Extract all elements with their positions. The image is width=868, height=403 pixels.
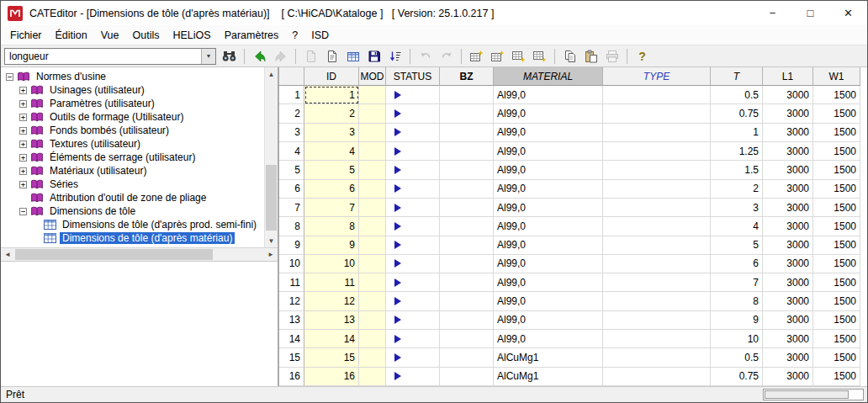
- id-cell[interactable]: 7: [304, 199, 359, 217]
- type-cell[interactable]: [603, 255, 711, 273]
- column-header-t[interactable]: T: [711, 67, 763, 86]
- tree-item-dim-tole-prod-semi-fini[interactable]: Dimensions de tôle (d'après prod. semi-f…: [1, 218, 264, 231]
- bz-cell[interactable]: [440, 292, 494, 310]
- bz-cell[interactable]: [440, 124, 494, 142]
- status-cell[interactable]: [386, 311, 440, 330]
- scrollbar-thumb[interactable]: [266, 165, 277, 231]
- expand-icon[interactable]: +: [19, 154, 27, 162]
- type-cell[interactable]: [603, 199, 711, 217]
- menu-item-fichier[interactable]: Fichier: [3, 27, 49, 44]
- w1-cell[interactable]: 1500: [813, 180, 860, 199]
- tree-horizontal-scrollbar[interactable]: ◄ ►: [1, 247, 278, 262]
- bz-cell[interactable]: [440, 368, 494, 386]
- id-cell[interactable]: 4: [304, 142, 359, 161]
- tree-item-series[interactable]: +Séries: [1, 178, 264, 191]
- row-number-cell[interactable]: 6: [279, 180, 304, 199]
- mod-cell[interactable]: [359, 330, 386, 348]
- status-cell[interactable]: [386, 180, 440, 199]
- duplicate-row-button[interactable]: [530, 47, 549, 66]
- w1-cell[interactable]: 1500: [813, 124, 860, 142]
- scroll-right-icon[interactable]: ►: [264, 248, 278, 261]
- material-cell[interactable]: Al99,0: [494, 161, 603, 179]
- status-cell[interactable]: [386, 273, 440, 292]
- mod-cell[interactable]: [359, 273, 386, 292]
- row-number-cell[interactable]: 11: [279, 273, 304, 292]
- tree-item-normes-dusine[interactable]: −Normes d'usine: [1, 70, 264, 83]
- mod-cell[interactable]: [359, 217, 386, 236]
- menu-item-edition[interactable]: Édition: [49, 27, 94, 44]
- copy-button[interactable]: [560, 47, 580, 66]
- table-horizontal-scrollbar[interactable]: [763, 389, 864, 400]
- material-cell[interactable]: Al99,0: [494, 199, 603, 217]
- menu-item-vue[interactable]: Vue: [94, 27, 126, 44]
- status-cell[interactable]: [386, 368, 440, 386]
- bz-cell[interactable]: [440, 142, 494, 161]
- row-number-cell[interactable]: 12: [279, 292, 304, 310]
- scrollbar-thumb[interactable]: [765, 390, 849, 399]
- collapse-icon[interactable]: −: [19, 208, 27, 215]
- insert-row-above-button[interactable]: [467, 47, 486, 66]
- w1-cell[interactable]: 1500: [813, 104, 860, 123]
- row-number-cell[interactable]: 15: [279, 348, 304, 367]
- maximize-button[interactable]: □: [791, 1, 829, 25]
- mod-cell[interactable]: [359, 124, 386, 142]
- id-cell[interactable]: 6: [304, 180, 359, 199]
- tree-item-outils-de-formage[interactable]: +Outils de formage (Utilisateur): [1, 110, 264, 124]
- t-cell[interactable]: 1.5: [711, 161, 763, 179]
- id-cell[interactable]: 2: [304, 104, 359, 123]
- material-cell[interactable]: Al99,0: [494, 292, 603, 310]
- collapse-icon[interactable]: −: [6, 73, 13, 81]
- t-cell[interactable]: 0.5: [711, 86, 763, 104]
- l1-cell[interactable]: 3000: [763, 124, 813, 142]
- expand-icon[interactable]: +: [19, 167, 27, 175]
- type-cell[interactable]: [603, 217, 711, 236]
- bz-cell[interactable]: [440, 180, 494, 199]
- l1-cell[interactable]: 3000: [763, 104, 813, 123]
- id-cell[interactable]: 13: [304, 311, 359, 330]
- bz-cell[interactable]: [440, 348, 494, 367]
- save-button[interactable]: [364, 47, 384, 66]
- l1-cell[interactable]: 3000: [763, 199, 813, 217]
- tree-item-usinages[interactable]: +Usinages (utilisateur): [1, 83, 264, 97]
- tree-item-fonds-bombes[interactable]: +Fonds bombés (utilisateur): [1, 124, 264, 137]
- row-number-cell[interactable]: 7: [279, 199, 304, 217]
- row-number-cell[interactable]: 14: [279, 330, 304, 348]
- status-cell[interactable]: [386, 124, 440, 142]
- bz-cell[interactable]: [440, 273, 494, 292]
- menu-item-aide[interactable]: ?: [285, 27, 304, 44]
- w1-cell[interactable]: 1500: [813, 255, 860, 273]
- id-cell[interactable]: 16: [304, 368, 359, 386]
- material-cell[interactable]: Al99,0: [494, 104, 603, 123]
- mod-cell[interactable]: [359, 348, 386, 367]
- status-cell[interactable]: [386, 199, 440, 217]
- id-cell[interactable]: 9: [304, 236, 359, 255]
- status-cell[interactable]: [386, 86, 440, 104]
- t-cell[interactable]: 8: [711, 292, 763, 310]
- expand-icon[interactable]: +: [19, 127, 27, 135]
- mod-cell[interactable]: [359, 292, 386, 310]
- mod-cell[interactable]: [359, 161, 386, 179]
- id-cell[interactable]: 12: [304, 292, 359, 310]
- scroll-left-icon[interactable]: ◄: [1, 248, 14, 261]
- row-number-cell[interactable]: 16: [279, 368, 304, 386]
- l1-cell[interactable]: 3000: [763, 142, 813, 161]
- mod-cell[interactable]: [359, 86, 386, 104]
- sort-button[interactable]: [385, 47, 405, 66]
- bz-cell[interactable]: [440, 236, 494, 255]
- l1-cell[interactable]: 3000: [763, 180, 813, 199]
- id-cell[interactable]: 14: [304, 330, 359, 348]
- mod-cell[interactable]: [359, 255, 386, 273]
- paste-button[interactable]: [581, 47, 601, 66]
- menu-item-outils[interactable]: Outils: [126, 27, 167, 44]
- scroll-down-icon[interactable]: ▼: [265, 234, 278, 247]
- material-cell[interactable]: AlCuMg1: [494, 348, 603, 367]
- column-header-bz[interactable]: BZ: [440, 67, 494, 86]
- w1-cell[interactable]: 1500: [813, 217, 860, 236]
- l1-cell[interactable]: 3000: [763, 348, 813, 367]
- material-cell[interactable]: Al99,0: [494, 86, 603, 104]
- type-cell[interactable]: [603, 311, 711, 330]
- row-number-cell[interactable]: 13: [279, 311, 304, 330]
- w1-cell[interactable]: 1500: [813, 311, 860, 330]
- type-cell[interactable]: [603, 292, 711, 310]
- menu-item-parametres[interactable]: Paramètres: [218, 27, 286, 44]
